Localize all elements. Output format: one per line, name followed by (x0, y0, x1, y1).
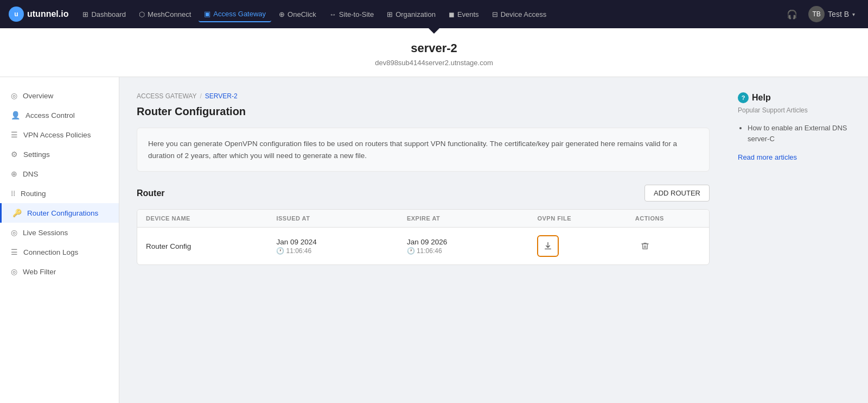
logo[interactable]: u utunnel.io (9, 7, 68, 22)
sidebar-item-routing[interactable]: ⁞⁞ Routing (0, 184, 119, 203)
connection-logs-icon: ☰ (11, 248, 18, 256)
logo-icon: u (9, 7, 24, 22)
access-gateway-icon: ▣ (204, 10, 210, 18)
notifications-button[interactable]: 🎧 (782, 4, 802, 24)
cell-expire-at: Jan 09 2026 🕐 11:06:46 (407, 238, 537, 255)
nav-events[interactable]: ◼ Events (443, 7, 484, 22)
nav-site-to-site[interactable]: ↔ Site-to-Site (324, 7, 379, 22)
vpn-icon: ☰ (11, 130, 18, 139)
router-config-icon: 🔑 (12, 209, 22, 217)
top-navigation: u utunnel.io ⊞ Dashboard ⬡ MeshConnect ▣… (0, 0, 868, 28)
sidebar-item-live-sessions[interactable]: ◎ Live Sessions (0, 223, 119, 242)
col-actions: ACTIONS (635, 215, 700, 222)
sidebar-item-access-control[interactable]: 👤 Access Control (0, 105, 119, 125)
dns-icon: ⊕ (11, 169, 17, 178)
sidebar-item-router-configurations[interactable]: 🔑 Router Configurations (0, 203, 119, 223)
expire-time: 🕐 11:06:46 (407, 247, 537, 255)
issued-date: Jan 09 2024 (276, 238, 406, 246)
help-icon: ? (738, 92, 749, 103)
overview-icon: ◎ (11, 91, 17, 100)
breadcrumb-separator: / (200, 92, 201, 100)
expire-date: Jan 09 2026 (407, 238, 537, 246)
col-issued-at: ISSUED AT (276, 215, 406, 222)
server-name: server-2 (0, 41, 868, 55)
nav-oneclick[interactable]: ⊕ OneClick (273, 7, 322, 22)
router-section-title: Router (137, 188, 165, 198)
nav-dashboard[interactable]: ⊞ Dashboard (77, 7, 131, 22)
nav-organization[interactable]: ⊞ Organization (381, 7, 441, 22)
router-table: DEVICE NAME ISSUED AT EXPIRE AT OVPN FIL… (137, 209, 710, 265)
info-box: Here you can generate OpenVPN configurat… (137, 128, 710, 172)
breadcrumb: ACCESS GATEWAY / SERVER-2 (137, 92, 710, 100)
router-section-header: Router ADD ROUTER (137, 185, 710, 202)
download-button[interactable] (537, 235, 559, 257)
page-title: Router Configuration (137, 105, 710, 118)
col-device-name: DEVICE NAME (146, 215, 276, 222)
col-ovpn-file: OVPN FILE (537, 215, 635, 222)
server-domain: dev898sub4144server2.utnstage.com (0, 59, 868, 67)
delete-button[interactable] (635, 236, 655, 256)
breadcrumb-current: SERVER-2 (205, 92, 238, 100)
main-layout: ◎ Overview 👤 Access Control ☰ VPN Access… (0, 77, 868, 403)
cell-ovpn-file (537, 235, 635, 257)
cell-actions (635, 236, 700, 256)
sidebar-item-settings[interactable]: ⚙ Settings (0, 144, 119, 164)
server-header: server-2 dev898sub4144server2.utnstage.c… (0, 28, 868, 77)
sidebar-item-connection-logs[interactable]: ☰ Connection Logs (0, 242, 119, 262)
add-router-button[interactable]: ADD ROUTER (644, 185, 710, 202)
nav-access-gateway[interactable]: ▣ Access Gateway (199, 7, 271, 22)
logo-text: utunnel.io (27, 9, 68, 19)
clock-expire-icon: 🕐 (407, 247, 415, 255)
settings-icon: ⚙ (11, 150, 18, 159)
dropdown-arrow-icon: ▾ (852, 11, 855, 17)
web-filter-icon: ◎ (11, 267, 17, 276)
nav-meshconnect[interactable]: ⬡ MeshConnect (133, 7, 196, 22)
issued-time: 🕐 11:06:46 (276, 247, 406, 255)
clock-icon: 🕐 (276, 247, 284, 255)
nav-device-access[interactable]: ⊟ Device Access (487, 7, 552, 22)
nav-indicator (429, 28, 439, 34)
help-article-item: How to enable an External DNS server-C (748, 123, 857, 144)
user-menu[interactable]: TB Test B ▾ (804, 4, 859, 24)
device-access-icon: ⊟ (492, 10, 498, 18)
help-articles-list: How to enable an External DNS server-C (738, 123, 857, 144)
table-header: DEVICE NAME ISSUED AT EXPIRE AT OVPN FIL… (137, 210, 709, 228)
dashboard-icon: ⊞ (82, 10, 88, 18)
events-icon: ◼ (449, 10, 455, 18)
help-subtitle: Popular Support Articles (738, 106, 857, 114)
info-text: Here you can generate OpenVPN configurat… (148, 140, 677, 160)
sidebar-item-vpn-access-policies[interactable]: ☰ VPN Access Policies (0, 125, 119, 144)
site-to-site-icon: ↔ (329, 10, 336, 18)
sidebar-item-dns[interactable]: ⊕ DNS (0, 164, 119, 184)
sidebar-item-overview[interactable]: ◎ Overview (0, 86, 119, 105)
help-title: ? Help (738, 92, 857, 103)
col-expire-at: EXPIRE AT (407, 215, 537, 222)
organization-icon: ⊞ (387, 10, 393, 18)
cell-issued-at: Jan 09 2024 🕐 11:06:46 (276, 238, 406, 255)
cell-device-name: Router Config (146, 242, 276, 250)
routing-icon: ⁞⁞ (11, 189, 15, 198)
sidebar: ◎ Overview 👤 Access Control ☰ VPN Access… (0, 77, 119, 403)
breadcrumb-parent[interactable]: ACCESS GATEWAY (137, 92, 196, 100)
table-row: Router Config Jan 09 2024 🕐 11:06:46 Jan… (137, 228, 709, 265)
avatar: TB (808, 6, 825, 22)
user-label: Test B (828, 10, 849, 18)
meshconnect-icon: ⬡ (139, 10, 145, 18)
live-sessions-icon: ◎ (11, 228, 17, 237)
read-more-link[interactable]: Read more articles (738, 153, 797, 161)
access-control-icon: 👤 (11, 111, 20, 119)
help-panel: ? Help Popular Support Articles How to e… (727, 77, 868, 403)
content-area: ACCESS GATEWAY / SERVER-2 Router Configu… (119, 77, 727, 403)
oneclick-icon: ⊕ (279, 10, 285, 18)
sidebar-item-web-filter[interactable]: ◎ Web Filter (0, 262, 119, 281)
